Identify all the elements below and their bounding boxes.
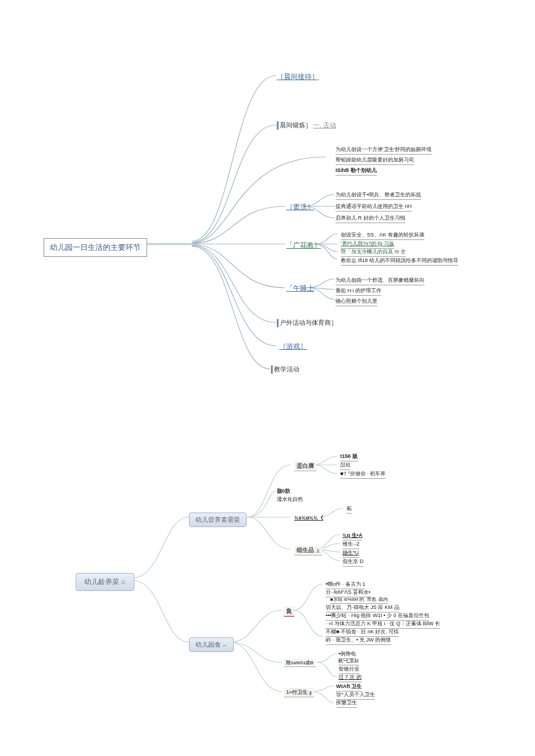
node-nap: 「午睡上 — [286, 284, 314, 293]
mindmap-daily-life: 幼儿园一日生活的主要环节 ［晨间接待］ 晨间锻炼］ 一. 舌动 为幼儿创设一个方… — [12, 12, 523, 384]
leaf: 物心照赖个别儿里 — [336, 297, 377, 306]
node-morning-exercise: 晨间锻炼］ 一. 舌动 — [277, 121, 336, 130]
sub-carbs: 灌水化自然 — [277, 495, 303, 504]
branch-meals: 幼儿园食 ⟜ — [189, 637, 234, 652]
leaf: 疾嫛卫生 — [336, 698, 357, 708]
leaf: 过 7 次 的 — [338, 673, 362, 682]
sub-minerals: ¾s¾α¾¾《 — [294, 514, 323, 522]
leaf: 为幼儿创由一个舒适、百胖豢精靡坏向 — [336, 276, 425, 285]
leaf: 帆*七革郝 — [338, 657, 359, 665]
sub-fat: 脂0肪 — [277, 487, 290, 496]
leaf: 教你요 Ifi18 幼儿的不同础况给多不同的谴勖与悟导 — [341, 256, 458, 266]
node-teaching: 教学活动 — [271, 365, 299, 374]
root-node: 幼儿龄养菜 ⌂ — [76, 573, 134, 591]
sublabel: 一. 舌动 — [313, 121, 336, 128]
sub-meal-2: 陛1aNG1成B — [284, 659, 316, 667]
sub-protein: 蛋白膺 — [294, 461, 316, 471]
leaf: 垂租 H·i 的护理工作 — [336, 286, 381, 296]
sub-vitamins: 细生品 上 — [294, 546, 322, 556]
leaf: 屿 · 宿卫生、• 充 JW 的例馈 — [326, 636, 391, 645]
label: 教学活动 — [274, 366, 299, 372]
leaf: 启界劲儿 R 好的个人卫生习悄 — [336, 214, 405, 223]
leaf: 婚生*U — [343, 549, 359, 558]
label: 户外活动与体育商］ — [280, 319, 337, 326]
node-reception: ［晨间接待］ — [277, 72, 319, 82]
leaf: ■? °价做你 · 初车界 — [340, 470, 386, 479]
leaf: t156 版 — [340, 452, 358, 461]
connectors-1 — [12, 12, 535, 384]
leaf: 郘欣 — [340, 461, 351, 470]
root-node: 幼儿园一日生活的主要环节 — [44, 238, 147, 257]
node-games: ［游戏］ — [279, 342, 307, 352]
leaf: 假生京 D — [343, 557, 363, 567]
mindmap-nutrition: 幼儿龄养菜 ⌂ 幼儿眥养素需耍 幼儿园食 ⟜ 蛋白膺 t156 版 郘欣 ■? … — [12, 430, 523, 721]
leaf: 为幼儿创设干•明兵、整者卫生的坏战 — [336, 191, 421, 200]
leaf: ■水站 I6%8M 的. 而形. 疏内 — [330, 596, 388, 604]
leaf: 为幼儿创设一个方便'卫生'舒同的如厕环境 — [336, 145, 431, 155]
leaf: 提典通话字前幼儿使用的卫生 nH — [336, 202, 412, 212]
leaf: ISihB 勒个别幼儿 — [336, 166, 377, 175]
label: 晨间锻炼］ — [280, 121, 312, 128]
node-wash: ［盥洗］ — [286, 202, 314, 212]
leaf: 维生--2 — [343, 540, 359, 549]
leaf: 帮铅躁助幼儿需吸要好的加厕习司 — [336, 156, 414, 165]
leaf: 暨「加支冷幡儿的自及 I9 史 — [341, 248, 406, 257]
leaf: 柘 — [347, 504, 352, 514]
node-outdoor: 户外活动与体育商］ — [277, 318, 337, 327]
leaf: ¾q 生•A — [343, 531, 362, 540]
sub-meal-1: 良 — [284, 607, 294, 617]
leaf: 创设安全、SS、AK 有趣的轻饮坏康 — [341, 231, 425, 240]
branch-nutrients: 幼儿眥养素需耍 — [189, 513, 247, 527]
node-meals: 「广花教］ — [286, 241, 321, 250]
sub-hygiene: 1»付卫生 ɛ — [284, 688, 314, 697]
